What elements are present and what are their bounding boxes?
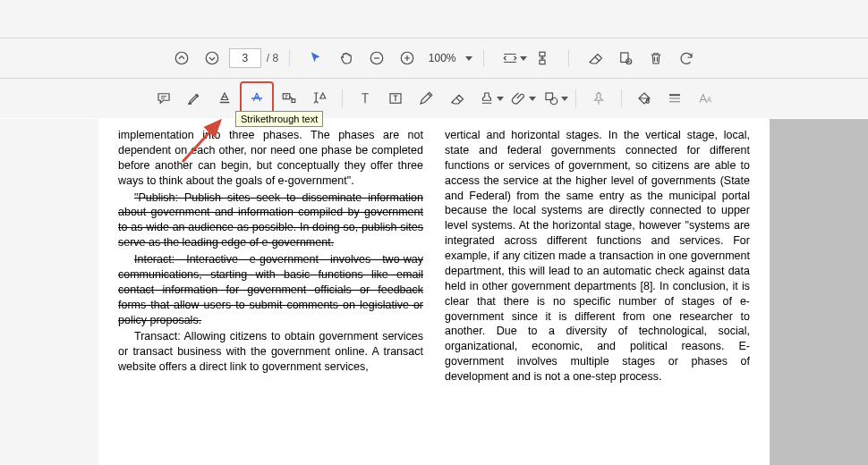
paragraph: implementation into three phases. The ph… (118, 128, 423, 189)
paragraph: Transact: Allowing citizens to obtain go… (118, 329, 423, 375)
primary-toolbar: 3 / 8 100% (0, 38, 868, 78)
textbox-button[interactable] (380, 83, 411, 114)
page-down-button[interactable] (197, 43, 227, 73)
annotation-toolbar: Strikethrough text (0, 78, 868, 119)
stamp-button[interactable] (472, 83, 502, 114)
line-style-button[interactable] (660, 83, 690, 114)
document-page[interactable]: implementation into three phases. The ph… (98, 119, 770, 465)
pin-button[interactable] (583, 83, 614, 114)
strikethrough-tooltip: Strikethrough text (235, 111, 323, 127)
svg-point-0 (175, 52, 188, 64)
delete-page-button[interactable] (610, 43, 641, 73)
page-up-button[interactable] (166, 43, 197, 73)
paragraph-strikethrough: "Publish: Publish sites seek to dissemin… (118, 190, 423, 251)
svg-rect-9 (292, 99, 295, 103)
text-column-2: vertical and horizontal stages. In the v… (445, 128, 750, 465)
fit-width-button[interactable] (495, 43, 525, 73)
left-gutter (0, 119, 98, 465)
svg-rect-4 (540, 52, 545, 56)
shape-button[interactable] (536, 83, 566, 114)
highlight-button[interactable] (179, 83, 209, 114)
zoom-level[interactable]: 100% (422, 52, 462, 64)
zoom-out-button[interactable] (362, 43, 392, 73)
fill-color-button[interactable] (629, 83, 660, 114)
text-callout-button[interactable] (274, 83, 304, 114)
comment-button[interactable] (149, 83, 179, 114)
pointer-tool[interactable] (301, 43, 331, 73)
redo-button[interactable] (671, 43, 702, 73)
eraser-button[interactable] (580, 43, 610, 73)
text-column-1: implementation into three phases. The ph… (118, 128, 423, 465)
svg-rect-6 (621, 53, 628, 63)
svg-point-12 (550, 97, 557, 105)
hand-tool[interactable] (331, 43, 362, 73)
text-correction-button[interactable] (304, 83, 335, 114)
typewriter-button[interactable] (350, 83, 380, 114)
font-button[interactable] (690, 83, 720, 114)
page-number-input[interactable]: 3 (229, 48, 261, 68)
zoom-dropdown-icon[interactable] (465, 56, 472, 61)
paragraph-strikethrough: Interact: Interactive e-government invol… (118, 252, 423, 327)
paragraph: vertical and horizontal stages. In the v… (445, 128, 750, 385)
pencil-button[interactable] (411, 83, 441, 114)
attach-button[interactable] (504, 83, 534, 114)
svg-point-1 (206, 52, 218, 64)
zoom-in-button[interactable] (392, 43, 422, 73)
scroll-mode-button[interactable] (527, 43, 557, 73)
underline-button[interactable] (209, 83, 240, 114)
svg-rect-5 (540, 60, 545, 64)
trash-button[interactable] (641, 43, 671, 73)
right-gutter (770, 119, 868, 465)
page-total-label: / 8 (263, 52, 278, 64)
document-viewport: implementation into three phases. The ph… (0, 119, 868, 465)
eraser2-button[interactable] (441, 83, 472, 114)
